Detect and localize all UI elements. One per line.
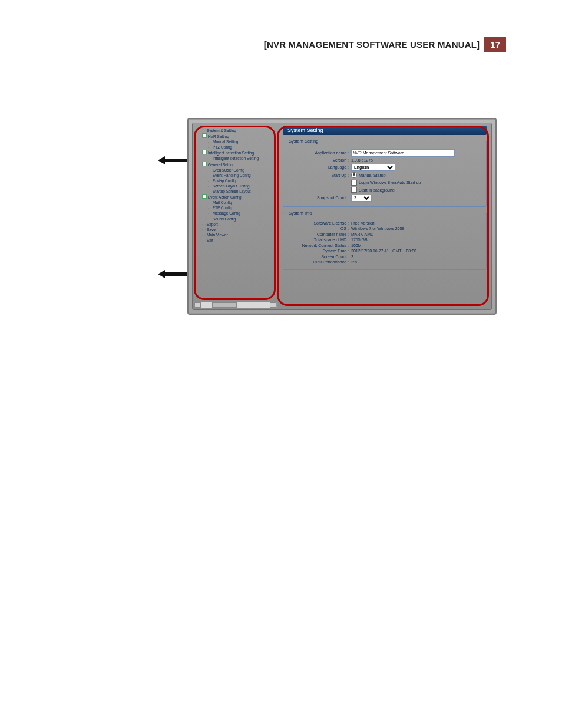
snapshot-count-select[interactable]: 3 — [351, 195, 372, 202]
manual-title: [NVR MANAGEMENT SOFTWARE USER MANUAL] — [264, 39, 480, 50]
system-setting-legend: System Setting — [287, 139, 320, 144]
hd-space-label: Total space of HD : — [287, 238, 351, 242]
tree-group-user-config[interactable]: Group/User Config — [208, 167, 276, 173]
tree-event-action-config[interactable]: Event Action Config — [202, 194, 276, 200]
page-header: [NVR MANAGEMENT SOFTWARE USER MANUAL] 17 — [56, 37, 506, 55]
tree-event-handling-config[interactable]: Event Handling Config — [208, 173, 276, 178]
startup-check-login[interactable] — [351, 180, 357, 186]
screen-count-value: 2 — [351, 255, 353, 259]
license-label: Sofeware License : — [287, 221, 351, 225]
version-value: 1.0.8.51275 — [351, 158, 373, 162]
hd-space-value: 1765 GB — [351, 238, 368, 242]
language-label: Language : — [287, 165, 351, 169]
snapshot-label: Snapshot Count : — [287, 196, 351, 200]
system-info-legend: System Info — [287, 210, 314, 216]
tree-startup-screen-layout[interactable]: Startup Screen Layout — [208, 189, 276, 194]
system-setting-group: System Setting Application name : Versio… — [283, 139, 487, 207]
tree-ptz-config[interactable]: PTZ Config — [208, 144, 276, 150]
tree-save[interactable]: Save — [202, 227, 276, 232]
arrow-icon — [158, 270, 187, 278]
startup-label: Start Up : — [287, 173, 351, 177]
panel-title: System Setting — [283, 126, 487, 135]
tree-message-config[interactable]: Message Config — [208, 210, 276, 216]
tree-screen-layout-config[interactable]: Screen Layout Config — [208, 183, 276, 189]
os-value: Windows 7 or Windows 2008 — [351, 226, 404, 230]
document-page: [NVR MANAGEMENT SOFTWARE USER MANUAL] 17… — [0, 0, 562, 728]
tree-horizontal-scrollbar[interactable] — [194, 302, 277, 308]
tree-export[interactable]: Export — [202, 222, 276, 227]
arrow-icon — [158, 156, 187, 164]
tree-exit[interactable]: Exit — [202, 238, 276, 243]
settings-panel: System Setting System Setting Applicatio… — [278, 123, 491, 309]
startup-radio-manual[interactable] — [351, 172, 357, 178]
startup-background-label: Start in background — [359, 188, 395, 192]
version-label: Version : — [287, 158, 351, 162]
tree-general-setting[interactable]: General Setting — [202, 162, 276, 167]
scroll-thumb[interactable] — [212, 302, 237, 308]
language-select[interactable]: English — [351, 164, 395, 171]
app-name-input[interactable] — [351, 149, 455, 157]
tree-emap-config[interactable]: E-Map Config — [208, 178, 276, 183]
screenshot-figure: System & Setting NVR Setting Manual Sett… — [187, 118, 497, 315]
computer-name-label: Computer name : — [287, 232, 351, 236]
os-label: OS : — [287, 226, 351, 230]
app-name-label: Application name : — [287, 151, 351, 155]
tree-mail-config[interactable]: Mail Config — [208, 200, 276, 205]
computer-name-value: MARK-AMD — [351, 232, 373, 236]
startup-manual-label: Manual Starup — [359, 173, 386, 177]
scroll-left-button[interactable] — [194, 302, 201, 308]
system-info-group: System Info Sofeware License : Free Vers… — [283, 210, 487, 270]
screen-count-label: Screen Count : — [287, 255, 351, 259]
system-time-value: 2012/07/20 16:27:41 , GMT + 08:00 — [351, 249, 416, 253]
tree-nvr-setting[interactable]: NVR Setting — [202, 133, 276, 139]
network-status-label: Network Connect Status : — [287, 243, 351, 248]
startup-check-background[interactable] — [351, 187, 357, 193]
license-value: Free Version — [351, 221, 375, 225]
cpu-perf-value: 2% — [351, 260, 357, 264]
svg-marker-0 — [158, 156, 187, 164]
tree-intelligent-detection-child[interactable]: Intelligent detection Setting — [208, 156, 276, 161]
tree-root[interactable]: System & Setting — [202, 128, 276, 133]
svg-marker-1 — [158, 270, 187, 278]
system-time-label: System Time : — [287, 249, 351, 253]
settings-tree[interactable]: System & Setting NVR Setting Manual Sett… — [193, 123, 278, 309]
tree-sound-config[interactable]: Sound Config — [208, 216, 276, 222]
startup-login-label: Login Windows then Auto Start up — [359, 180, 421, 185]
tree-manual-setting[interactable]: Manual Setting — [208, 139, 276, 144]
tree-ftp-config[interactable]: FTP Config — [208, 205, 276, 210]
app-window-frame: System & Setting NVR Setting Manual Sett… — [187, 118, 497, 315]
cpu-perf-label: CPU Performance : — [287, 260, 351, 264]
app-window: System & Setting NVR Setting Manual Sett… — [192, 123, 492, 310]
scroll-right-button[interactable] — [270, 302, 276, 308]
tree-main-viewer[interactable]: Main Viewer — [202, 232, 276, 238]
tree-intelligent-detection[interactable]: Intelligent detection Setting — [202, 150, 276, 156]
network-status-value: 100M — [351, 243, 362, 248]
page-number-badge: 17 — [484, 37, 506, 52]
